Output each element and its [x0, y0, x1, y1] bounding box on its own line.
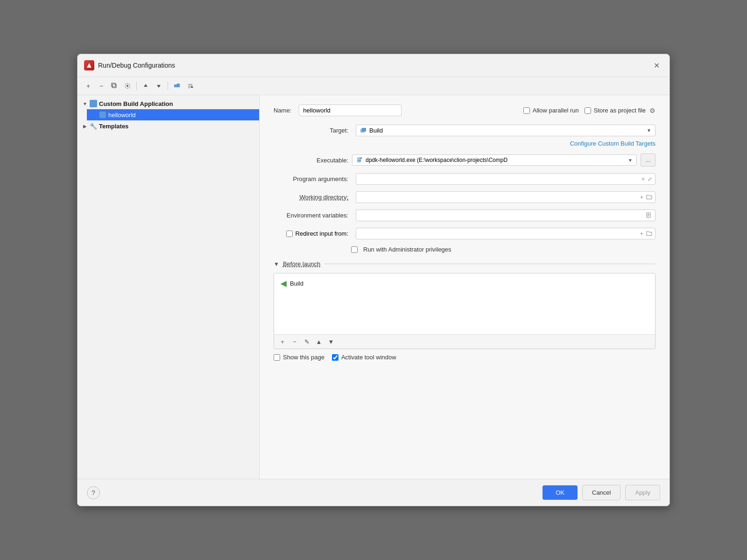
target-value: Build	[369, 127, 383, 134]
program-args-input-container: + ⤢	[356, 173, 655, 185]
target-dropdown-arrow-icon: ▼	[647, 128, 651, 133]
bottom-right-buttons: OK Cancel Apply	[543, 485, 660, 500]
program-args-icons: + ⤢	[641, 176, 653, 182]
store-project-gear-button[interactable]: ⚙	[649, 107, 655, 114]
before-launch-edit-button[interactable]: ✎	[301, 336, 312, 347]
bottom-bar: ? OK Cancel Apply	[78, 479, 669, 506]
target-row: Target: Build ▼	[274, 125, 655, 136]
cancel-button[interactable]: Cancel	[582, 485, 620, 500]
templates-label: Templates	[99, 123, 128, 130]
env-vars-input-container	[356, 210, 655, 221]
activate-tool-label: Activate tool window	[341, 354, 396, 361]
redirect-input-container: +	[356, 228, 655, 239]
executable-dropdown[interactable]: EXE dpdk-helloworld.exe (E:\workspace\cl…	[352, 154, 637, 166]
allow-parallel-checkbox[interactable]	[523, 107, 530, 114]
store-project-checkbox[interactable]	[585, 107, 591, 114]
run-admin-checkbox[interactable]	[351, 246, 358, 253]
store-project-label: Store as project file	[594, 107, 646, 114]
dialog-title: Run/Debug Configurations	[98, 62, 175, 69]
form-content: Name: Allow parallel run Store as projec…	[260, 95, 669, 370]
before-launch-toolbar: + − ✎ ▲ ▼	[274, 334, 655, 349]
group-label: Custom Build Application	[99, 100, 173, 107]
copy-icon	[111, 83, 118, 89]
title-bar: Run/Debug Configurations ✕	[78, 54, 669, 77]
settings-icon	[124, 83, 131, 89]
build-target-icon	[360, 127, 366, 134]
copy-config-button[interactable]	[108, 80, 120, 92]
redirect-input-field[interactable]	[356, 228, 655, 239]
target-select-inner: Build	[360, 127, 383, 134]
sort-icon	[187, 83, 193, 89]
tree-item-helloworld[interactable]: helloworld	[87, 109, 259, 120]
before-launch-area-wrapper: ◀ Build + − ✎ ▲ ▼	[274, 273, 655, 349]
folder-button[interactable]	[171, 80, 183, 92]
working-dir-browse-button[interactable]	[646, 194, 653, 201]
right-panel: Name: Allow parallel run Store as projec…	[260, 95, 669, 479]
target-label: Target:	[274, 127, 348, 134]
svg-point-3	[127, 85, 128, 87]
app-logo	[84, 60, 94, 70]
redirect-browse-button[interactable]	[646, 231, 653, 237]
env-vars-copy-icon	[646, 212, 652, 218]
before-launch-up-button[interactable]: ▲	[313, 336, 324, 347]
redirect-label-container: Redirect input from:	[274, 230, 348, 237]
program-args-expand-button[interactable]: ⤢	[647, 176, 653, 182]
name-input[interactable]	[299, 105, 402, 116]
name-row: Name: Allow parallel run Store as projec…	[274, 105, 655, 116]
program-args-input[interactable]	[356, 173, 655, 185]
executable-value-container: EXE dpdk-helloworld.exe (E:\workspace\cl…	[356, 157, 507, 163]
working-dir-label: Working directory:	[274, 194, 348, 201]
settings-config-button[interactable]	[121, 80, 134, 92]
env-vars-input[interactable]	[356, 210, 655, 221]
before-launch-toggle-button[interactable]: ▼	[274, 261, 279, 267]
name-label: Name:	[274, 107, 291, 114]
wrench-icon: 🔧	[90, 122, 97, 130]
main-content: ▼ Custom Build Application helloworld ▶ …	[78, 95, 669, 479]
close-button[interactable]: ✕	[650, 59, 663, 72]
configure-custom-build-link[interactable]: Configure Custom Build Targets	[570, 140, 655, 147]
before-launch-down-button[interactable]: ▼	[325, 336, 337, 347]
section-divider-line	[324, 264, 655, 264]
group-toggle-icon: ▼	[82, 101, 88, 106]
env-vars-row: Environment variables:	[274, 210, 655, 221]
move-down-icon	[156, 83, 162, 89]
show-page-container: Show this page	[274, 354, 324, 361]
tree-group-custom-build[interactable]: ▼ Custom Build Application	[78, 98, 259, 109]
apply-button[interactable]: Apply	[625, 485, 660, 500]
executable-browse-button[interactable]: ...	[641, 154, 655, 167]
svg-rect-2	[112, 83, 115, 87]
env-vars-edit-button[interactable]	[646, 212, 653, 219]
move-down-button[interactable]	[153, 80, 165, 92]
folder-browse-icon	[646, 194, 652, 199]
folder-box-icon	[90, 100, 97, 107]
add-config-button[interactable]: +	[82, 80, 94, 92]
sort-button[interactable]	[184, 80, 196, 92]
svg-text:EXE: EXE	[358, 160, 361, 162]
program-args-add-button[interactable]: +	[641, 176, 645, 182]
activate-tool-checkbox[interactable]	[332, 354, 338, 361]
executable-dropdown-arrow-icon: ▼	[628, 158, 633, 163]
svg-rect-13	[360, 157, 362, 159]
redirect-add-button[interactable]: +	[640, 231, 644, 237]
executable-label: Executable:	[274, 157, 348, 164]
redirect-folder-icon	[646, 231, 652, 236]
working-dir-add-button[interactable]: +	[640, 194, 644, 201]
program-args-row: Program arguments: + ⤢	[274, 173, 655, 185]
show-page-row: Show this page Activate tool window	[274, 354, 655, 361]
before-launch-remove-button[interactable]: −	[289, 336, 300, 347]
show-page-checkbox[interactable]	[274, 354, 280, 361]
remove-config-button[interactable]: −	[95, 80, 107, 92]
help-button[interactable]: ?	[87, 486, 100, 499]
redirect-input-checkbox[interactable]	[286, 231, 293, 237]
move-up-button[interactable]	[140, 80, 152, 92]
item-folder-icon	[99, 111, 106, 119]
svg-marker-0	[87, 63, 92, 68]
before-launch-divider: ▼ Before launch	[274, 260, 655, 267]
working-dir-input[interactable]	[356, 191, 655, 203]
build-item-label: Build	[290, 280, 303, 287]
target-select[interactable]: Build ▼	[356, 125, 655, 136]
title-bar-left: Run/Debug Configurations	[84, 60, 175, 70]
before-launch-add-button[interactable]: +	[277, 336, 288, 347]
tree-templates[interactable]: ▶ 🔧 Templates	[78, 120, 259, 132]
ok-button[interactable]: OK	[543, 485, 578, 500]
